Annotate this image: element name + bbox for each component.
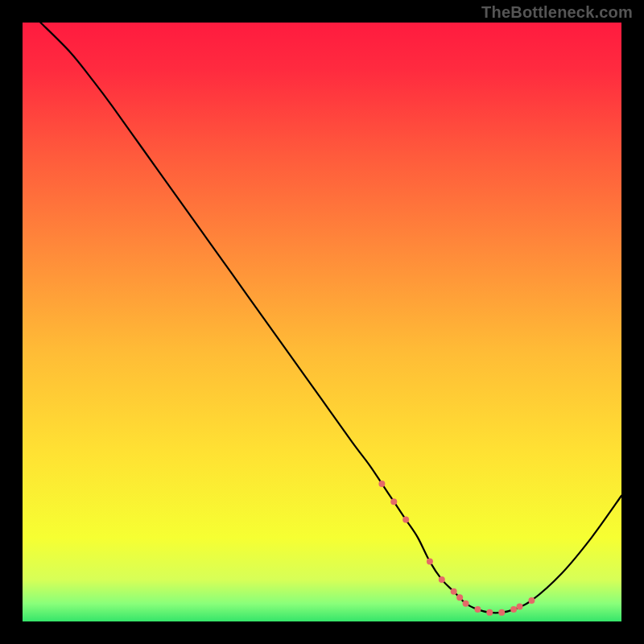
chart-container: TheBottleneck.com [0,0,644,644]
chart-marker [510,606,517,613]
chart-marker [517,603,523,609]
chart-marker [439,576,445,583]
chart-marker [463,601,469,607]
chart-marker [528,597,535,604]
watermark-text: TheBottleneck.com [481,3,633,22]
chart-marker [402,517,409,523]
chart-marker [474,606,481,613]
chart-svg [0,0,644,644]
chart-marker [498,609,505,616]
chart-marker [451,588,457,595]
chart-marker [427,559,433,565]
chart-marker [390,498,397,505]
chart-marker [456,594,463,601]
chart-marker [486,609,493,616]
chart-background [23,23,621,621]
chart-marker [378,481,385,487]
